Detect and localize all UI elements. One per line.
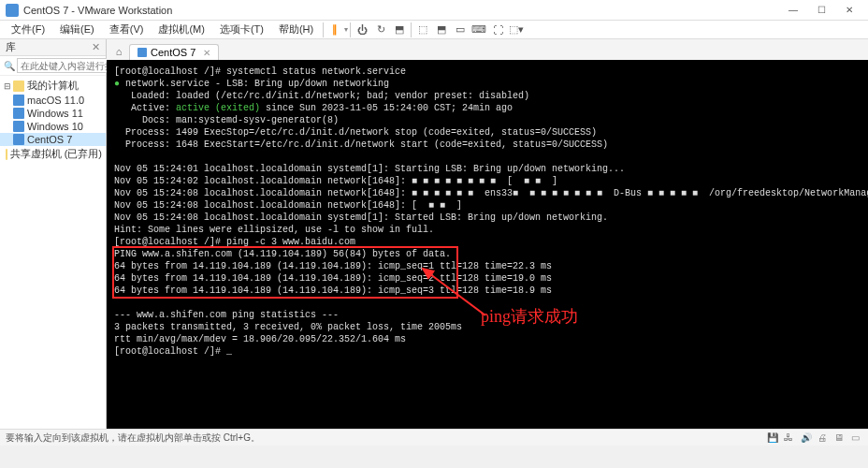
menu-edit[interactable]: 编辑(E) xyxy=(52,21,102,38)
toolbar-fullscreen-icon[interactable]: ⛶ xyxy=(488,21,507,39)
terminal-line: ● network.service - LSB: Bring up/down n… xyxy=(114,78,868,90)
sidebar-close-icon[interactable]: ✕ xyxy=(92,41,100,53)
window-titlebar: CentOS 7 - VMware Workstation — ☐ ✕ xyxy=(0,0,868,21)
tree-item-centos7[interactable]: CentOS 7 xyxy=(0,133,106,146)
vm-icon xyxy=(13,95,24,106)
sidebar-title: 库 xyxy=(6,40,16,54)
folder-icon xyxy=(13,80,24,92)
vm-icon xyxy=(137,48,147,57)
folder-icon xyxy=(6,149,7,160)
maximize-button[interactable]: ☐ xyxy=(808,2,834,19)
tree-label: 共享虚拟机 (已弃用) xyxy=(10,147,102,161)
tree-label: Windows 10 xyxy=(27,121,83,132)
terminal-line: rtt min/avg/max/mdev = 18.906/20.095/22.… xyxy=(114,333,868,345)
terminal-line: Nov 05 15:24:08 localhost.localdomain ne… xyxy=(114,187,868,199)
tree-root-mycomputer[interactable]: ⊟ 我的计算机 xyxy=(0,78,106,94)
tab-close-icon[interactable]: ✕ xyxy=(203,48,210,58)
menu-tabs[interactable]: 选项卡(T) xyxy=(212,21,271,38)
tree-label: 我的计算机 xyxy=(27,79,79,93)
sidebar-header: 库 ✕ xyxy=(0,39,106,56)
terminal-line: Process: 1499 ExecStop=/etc/rc.d/init.d/… xyxy=(114,126,868,139)
toolbar-snapshot-icon[interactable]: ⬒ xyxy=(390,21,409,39)
tab-home-icon[interactable]: ⌂ xyxy=(110,43,127,60)
close-button[interactable]: ✕ xyxy=(836,2,862,19)
terminal-line: Docs: man:systemd-sysv-generator(8) xyxy=(114,114,868,126)
status-display-icon[interactable]: 🖥 xyxy=(834,432,846,444)
vm-tree: ⊟ 我的计算机 macOS 11.0 Windows 11 Windows 10… xyxy=(0,76,106,429)
terminal-line: Nov 05 15:24:02 localhost.localdomain ne… xyxy=(114,175,868,187)
toolbar-view3-icon[interactable]: ▭ xyxy=(451,21,470,39)
tree-shared-vms[interactable]: 共享虚拟机 (已弃用) xyxy=(0,146,106,162)
tree-label: Windows 11 xyxy=(27,108,83,119)
terminal-line: 64 bytes from 14.119.104.189 (14.119.104… xyxy=(114,260,868,272)
status-more-icon[interactable]: ▭ xyxy=(851,432,862,444)
vm-icon xyxy=(13,121,24,132)
terminal-line: [root@localhost /]# systemctl status net… xyxy=(114,66,868,78)
status-printer-icon[interactable]: 🖨 xyxy=(817,432,829,444)
terminal-line: [root@localhost /]# ping -c 3 www.baidu.… xyxy=(114,236,868,248)
content-area: ⌂ CentOS 7 ✕ [root@localhost /]# systemc… xyxy=(107,39,868,429)
terminal-line: Hint: Some lines were ellipsized, use -l… xyxy=(114,224,868,236)
terminal-line: Active: active (exited) since Sun 2023-1… xyxy=(114,102,868,114)
terminal-line: 64 bytes from 14.119.104.189 (14.119.104… xyxy=(114,272,868,285)
terminal-line xyxy=(114,151,868,163)
terminal[interactable]: [root@localhost /]# systemctl status net… xyxy=(107,60,868,429)
terminal-line: [root@localhost /]# _ xyxy=(114,345,868,358)
tree-label: CentOS 7 xyxy=(27,134,72,145)
tab-centos7[interactable]: CentOS 7 ✕ xyxy=(129,44,219,60)
expand-icon[interactable]: ⊟ xyxy=(4,81,13,91)
terminal-line: --- www.a.shifen.com ping statistics --- xyxy=(114,309,868,321)
terminal-line: 3 packets transmitted, 3 received, 0% pa… xyxy=(114,321,868,333)
statusbar: 要将输入定向到该虚拟机，请在虚拟机内部单击或按 Ctrl+G。 💾 🖧 🔊 🖨 … xyxy=(0,429,868,446)
toolbar-more-icon[interactable]: ⬚▾ xyxy=(507,21,526,39)
menubar: 文件(F) 编辑(E) 查看(V) 虚拟机(M) 选项卡(T) 帮助(H) ∥ … xyxy=(0,21,868,39)
terminal-line: Nov 05 15:24:08 localhost.localdomain sy… xyxy=(114,212,868,224)
terminal-line: Nov 05 15:24:01 localhost.localdomain sy… xyxy=(114,163,868,175)
menu-vm[interactable]: 虚拟机(M) xyxy=(151,21,212,38)
search-icon: 🔍 xyxy=(4,61,15,71)
menu-file[interactable]: 文件(F) xyxy=(4,21,52,38)
tab-label: CentOS 7 xyxy=(151,47,195,58)
toolbar-view1-icon[interactable]: ⬚ xyxy=(413,21,432,39)
menu-view[interactable]: 查看(V) xyxy=(102,21,152,38)
tabbar: ⌂ CentOS 7 ✕ xyxy=(107,39,868,60)
toolbar-reset-icon[interactable]: ↻ xyxy=(371,21,390,39)
pause-button[interactable]: ∥ xyxy=(326,21,344,39)
tree-item-win10[interactable]: Windows 10 xyxy=(0,120,106,133)
minimize-button[interactable]: — xyxy=(780,2,806,19)
vm-icon xyxy=(13,134,24,145)
status-device-icon[interactable]: 💾 xyxy=(767,432,778,444)
terminal-line: Nov 05 15:24:08 localhost.localdomain ne… xyxy=(114,199,868,212)
toolbar-view2-icon[interactable]: ⬒ xyxy=(432,21,451,39)
status-text: 要将输入定向到该虚拟机，请在虚拟机内部单击或按 Ctrl+G。 xyxy=(6,431,260,445)
status-sound-icon[interactable]: 🔊 xyxy=(801,432,812,444)
tree-item-win11[interactable]: Windows 11 xyxy=(0,107,106,120)
status-network-icon[interactable]: 🖧 xyxy=(784,432,795,444)
tree-item-macos[interactable]: macOS 11.0 xyxy=(0,94,106,107)
tree-label: macOS 11.0 xyxy=(27,95,84,106)
terminal-line: 64 bytes from 14.119.104.189 (14.119.104… xyxy=(114,285,868,297)
toolbar-power-icon[interactable]: ⏻ xyxy=(353,21,371,39)
app-icon xyxy=(6,4,19,17)
terminal-line: PING www.a.shifen.com (14.119.104.189) 5… xyxy=(114,248,868,260)
terminal-line: Loaded: loaded (/etc/rc.d/init.d/network… xyxy=(114,90,868,102)
menu-help[interactable]: 帮助(H) xyxy=(271,21,321,38)
window-title: CentOS 7 - VMware Workstation xyxy=(23,5,780,16)
toolbar-keyboard-icon[interactable]: ⌨ xyxy=(470,21,488,39)
terminal-line xyxy=(114,297,868,309)
terminal-line: Process: 1648 ExecStart=/etc/rc.d/init.d… xyxy=(114,139,868,151)
vm-icon xyxy=(13,108,24,119)
library-sidebar: 库 ✕ 🔍 ▾ ⊟ 我的计算机 macOS 11.0 Windows 11 Wi… xyxy=(0,39,107,429)
